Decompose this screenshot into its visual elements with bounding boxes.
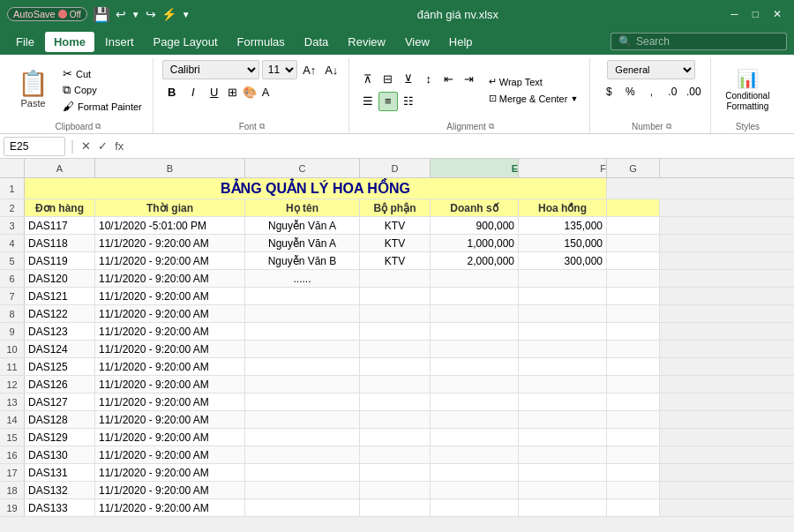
col-header-c[interactable]: C	[245, 159, 360, 177]
sheet-cell[interactable]	[607, 429, 660, 446]
menu-help[interactable]: Help	[440, 32, 482, 52]
sheet-cell[interactable]	[360, 482, 431, 498]
merge-center-button[interactable]: ⊡ Merge & Center ▼	[484, 91, 583, 106]
sheet-cell[interactable]: 135,000	[519, 217, 607, 234]
sheet-cell[interactable]	[519, 288, 607, 304]
sheet-cell[interactable]: 11/1/2020 - 9:20:00 AM	[95, 376, 245, 393]
sheet-cell[interactable]	[431, 305, 519, 322]
align-middle-button[interactable]: ⊟	[378, 70, 398, 89]
cut-button[interactable]: ✂ Cut	[59, 66, 146, 81]
sheet-cell[interactable]	[245, 376, 360, 393]
percent-button[interactable]: %	[620, 82, 640, 101]
sheet-cell[interactable]	[360, 429, 431, 446]
col-header-d[interactable]: D	[360, 159, 431, 177]
sheet-cell[interactable]	[607, 393, 660, 410]
align-right-button[interactable]: ☷	[399, 92, 418, 111]
undo-dropdown-icon[interactable]: ▼	[131, 10, 140, 19]
minimize-icon[interactable]: ─	[725, 6, 744, 22]
sheet-cell[interactable]	[245, 482, 360, 498]
sheet-cell[interactable]	[245, 288, 360, 304]
sheet-cell[interactable]: DAS122	[25, 305, 95, 322]
number-format-select[interactable]: General	[607, 60, 695, 79]
formula-input[interactable]	[129, 137, 790, 156]
menu-insert[interactable]: Insert	[96, 32, 143, 52]
sheet-cell[interactable]	[431, 464, 519, 481]
sheet-cell[interactable]	[519, 376, 607, 393]
sheet-cell[interactable]: DAS121	[25, 288, 95, 304]
col-header-e[interactable]: E	[431, 159, 519, 177]
sheet-cell[interactable]: 1,000,000	[431, 235, 519, 251]
indent-decrease-button[interactable]: ⇤	[439, 70, 459, 89]
col-header-g[interactable]: G	[607, 159, 660, 177]
sheet-cell[interactable]: DAS117	[25, 217, 95, 234]
sheet-cell[interactable]	[360, 288, 431, 304]
menu-data[interactable]: Data	[296, 32, 337, 52]
sheet-cell[interactable]	[519, 305, 607, 322]
sheet-cell[interactable]	[360, 464, 431, 481]
decimal-decrease-button[interactable]: .00	[684, 82, 703, 101]
sheet-cell[interactable]: DAS127	[25, 393, 95, 410]
sheet-cell[interactable]	[360, 305, 431, 322]
sheet-cell[interactable]	[607, 305, 660, 322]
sheet-cell[interactable]	[607, 217, 660, 234]
sheet-cell[interactable]: DAS124	[25, 341, 95, 357]
confirm-formula-icon[interactable]: ✓	[96, 138, 109, 154]
sheet-cell[interactable]	[245, 499, 360, 516]
sheet-cell[interactable]	[431, 358, 519, 375]
sheet-cell[interactable]	[519, 482, 607, 498]
close-icon[interactable]: ✕	[768, 6, 787, 22]
sheet-cell[interactable]	[431, 482, 519, 498]
sheet-cell[interactable]: Nguyễn Văn A	[245, 217, 360, 234]
wrap-text-button[interactable]: ↵ Wrap Text	[484, 74, 583, 89]
sheet-cell[interactable]: Họ tên	[245, 199, 360, 216]
sheet-cell[interactable]: 11/1/2020 - 9:20:00 AM	[95, 288, 245, 304]
font-color-icon[interactable]: A	[260, 84, 272, 101]
sheet-cell[interactable]	[607, 376, 660, 393]
row-number[interactable]: 15	[0, 429, 25, 446]
sheet-cell[interactable]	[607, 341, 660, 357]
sheet-cell[interactable]	[607, 464, 660, 481]
copy-button[interactable]: ⧉ Copy	[59, 82, 146, 98]
row-number[interactable]: 13	[0, 393, 25, 410]
sheet-cell[interactable]: 2,000,000	[431, 252, 519, 269]
sheet-cell[interactable]: Bộ phận	[360, 199, 431, 216]
sheet-cell[interactable]: Hoa hồng	[519, 199, 607, 216]
sheet-cell[interactable]	[245, 446, 360, 463]
font-increase-button[interactable]: A↑	[300, 60, 319, 79]
sheet-cell[interactable]	[431, 323, 519, 340]
sheet-cell[interactable]: DAS119	[25, 252, 95, 269]
row-number[interactable]: 6	[0, 270, 25, 287]
underline-button[interactable]: U	[205, 82, 224, 101]
currency-button[interactable]: $	[599, 82, 618, 101]
sheet-cell[interactable]: DAS133	[25, 499, 95, 516]
sheet-cell[interactable]	[607, 358, 660, 375]
format-painter-button[interactable]: 🖌 Format Painter	[59, 99, 146, 114]
sheet-cell[interactable]	[245, 305, 360, 322]
sheet-cell[interactable]	[431, 499, 519, 516]
cancel-formula-icon[interactable]: ✕	[79, 138, 93, 154]
row-number[interactable]: 10	[0, 341, 25, 357]
sheet-cell[interactable]	[360, 270, 431, 287]
conditional-formatting-button[interactable]: 📊 ConditionalFormatting	[720, 64, 775, 116]
row-number[interactable]: 18	[0, 482, 25, 498]
sheet-cell[interactable]: KTV	[360, 252, 431, 269]
sheet-cell[interactable]	[431, 446, 519, 463]
sheet-cell[interactable]: KTV	[360, 217, 431, 234]
sheet-cell[interactable]: DAS128	[25, 411, 95, 428]
sheet-cell[interactable]	[519, 393, 607, 410]
sheet-cell[interactable]: DAS120	[25, 270, 95, 287]
row-number[interactable]: 1	[0, 178, 25, 199]
row-number[interactable]: 3	[0, 217, 25, 234]
sheet-cell[interactable]: 11/1/2020 - 9:20:00 AM	[95, 464, 245, 481]
fill-color-icon[interactable]: 🎨	[241, 84, 258, 101]
align-top-button[interactable]: ⊼	[358, 70, 378, 89]
sheet-cell[interactable]	[607, 446, 660, 463]
sheet-cell[interactable]	[607, 482, 660, 498]
italic-button[interactable]: I	[184, 82, 203, 101]
sheet-cell[interactable]	[360, 446, 431, 463]
number-expand-icon[interactable]: ⧉	[666, 122, 671, 131]
sheet-cell[interactable]: 11/1/2020 - 9:20:00 AM	[95, 499, 245, 516]
sheet-cell[interactable]	[519, 358, 607, 375]
sheet-cell[interactable]	[519, 411, 607, 428]
col-header-b[interactable]: B	[95, 159, 245, 177]
